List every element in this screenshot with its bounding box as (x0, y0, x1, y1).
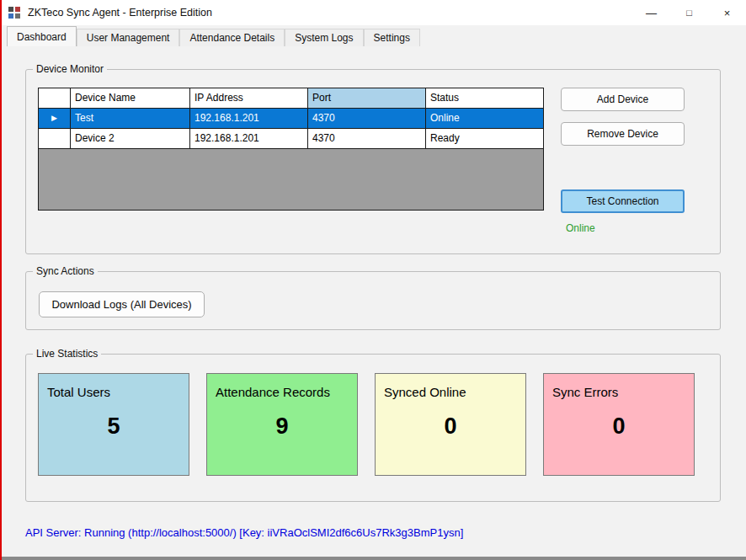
tab-attendance-details[interactable]: Attendance Details (179, 29, 285, 46)
stat-card-value: 0 (544, 413, 694, 440)
minimize-icon: — (646, 7, 657, 19)
stat-card-value: 5 (39, 413, 189, 440)
cell-port[interactable]: 4370 (308, 109, 426, 129)
column-header-ip-address[interactable]: IP Address (190, 88, 308, 109)
cell-status[interactable]: Online (426, 109, 543, 129)
download-logs-button[interactable]: Download Logs (All Devices) (39, 291, 205, 317)
tab-system-logs[interactable]: System Logs (285, 29, 363, 46)
tab-user-management[interactable]: User Management (77, 29, 180, 46)
app-icon (8, 7, 20, 19)
tab-settings[interactable]: Settings (364, 29, 420, 46)
stat-card-label: Total Users (39, 374, 189, 399)
tab-dashboard[interactable]: Dashboard (7, 26, 77, 46)
maximize-button[interactable]: □ (670, 0, 708, 25)
connection-status-label: Online (566, 222, 595, 234)
api-status-text: API Server: Running (http://localhost:50… (25, 526, 463, 539)
add-device-button[interactable]: Add Device (561, 88, 685, 111)
row-header-cell[interactable]: ▶ (39, 109, 71, 129)
app-window: ZKTeco Sync Agent - Enterprise Edition —… (0, 0, 746, 560)
maximize-icon: □ (686, 8, 692, 18)
cell-ip-address[interactable]: 192.168.1.201 (190, 109, 308, 129)
remove-device-button[interactable]: Remove Device (561, 122, 685, 146)
grid-header-row: Device Name IP Address Port Status (39, 88, 543, 109)
stat-card-value: 0 (376, 413, 525, 440)
stat-card-label: Synced Online (376, 374, 525, 399)
cell-port[interactable]: 4370 (308, 129, 426, 149)
tab-strip: Dashboard User Management Attendance Det… (7, 26, 420, 46)
device-row-device-2[interactable]: Device 2 192.168.1.201 4370 Ready (39, 129, 543, 149)
stat-card-sync-errors: Sync Errors 0 (543, 373, 695, 476)
screen-edge-bottom (0, 557, 746, 560)
current-row-indicator-icon: ▶ (51, 109, 57, 128)
device-grid: Device Name IP Address Port Status ▶ Tes… (38, 88, 544, 211)
test-connection-button[interactable]: Test Connection (561, 189, 685, 213)
close-button[interactable]: × (708, 0, 746, 25)
stat-card-attendance-records: Attendance Records 9 (206, 373, 358, 476)
grid-empty-area (39, 149, 543, 210)
column-header-device-name[interactable]: Device Name (71, 88, 190, 109)
column-header-port[interactable]: Port (308, 88, 426, 109)
device-row-test[interactable]: ▶ Test 192.168.1.201 4370 Online (39, 109, 543, 129)
stat-card-total-users: Total Users 5 (38, 373, 189, 476)
grid-corner-cell (39, 88, 71, 109)
minimize-button[interactable]: — (632, 0, 670, 25)
stat-card-synced-online: Synced Online 0 (375, 373, 526, 476)
close-icon: × (724, 7, 731, 19)
window-title: ZKTeco Sync Agent - Enterprise Edition (28, 7, 212, 19)
column-header-status[interactable]: Status (426, 88, 543, 109)
device-monitor-group-title: Device Monitor (33, 63, 107, 76)
window-controls: — □ × (632, 0, 746, 25)
titlebar: ZKTeco Sync Agent - Enterprise Edition —… (0, 0, 746, 25)
row-header-cell[interactable] (39, 129, 71, 149)
screen-edge-left (0, 0, 2, 560)
stat-card-label: Sync Errors (544, 374, 694, 399)
sync-actions-group-title: Sync Actions (33, 265, 98, 278)
cell-status[interactable]: Ready (426, 129, 543, 149)
stat-card-value: 9 (207, 413, 357, 440)
cell-device-name[interactable]: Device 2 (71, 129, 190, 149)
stat-card-label: Attendance Records (207, 374, 357, 399)
cell-ip-address[interactable]: 192.168.1.201 (190, 129, 308, 149)
live-statistics-group-title: Live Statistics (33, 348, 101, 360)
cell-device-name[interactable]: Test (71, 109, 190, 129)
